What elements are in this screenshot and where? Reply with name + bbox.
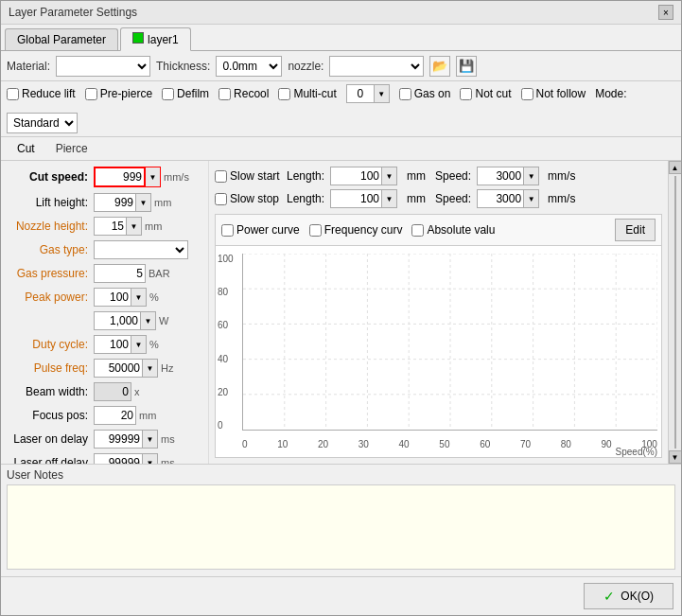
- defilm-checkbox[interactable]: [162, 88, 174, 100]
- y-label-20: 20: [218, 387, 234, 397]
- scroll-down-arrow[interactable]: ▼: [669, 450, 682, 464]
- pulse-freq-dropdown[interactable]: ▼: [143, 359, 158, 378]
- not-follow-checkbox[interactable]: [521, 88, 533, 100]
- pierce-tab[interactable]: Pierce: [45, 139, 98, 158]
- gas-pressure-unit: BAR: [149, 268, 170, 279]
- main-window: Layer Parameter Settings × Global Parame…: [0, 0, 682, 616]
- laser-off-unit: ms: [161, 457, 175, 464]
- start-speed-dropdown[interactable]: ▼: [524, 167, 539, 185]
- scroll-thumb[interactable]: [674, 176, 676, 449]
- reduce-lift-label: Reduce lift: [22, 87, 76, 100]
- beam-width-label: Beam width:: [9, 385, 94, 398]
- x-label-60: 60: [480, 439, 490, 449]
- peak-power-pct-dropdown[interactable]: ▼: [131, 288, 147, 307]
- save-icon[interactable]: 💾: [456, 56, 477, 77]
- duty-cycle-dropdown[interactable]: ▼: [131, 335, 147, 354]
- defilm-option: Defilm: [162, 87, 209, 100]
- stop-speed-input[interactable]: [477, 189, 524, 208]
- thickness-label: Thickness:: [156, 60, 210, 73]
- folder-icon[interactable]: 📂: [429, 56, 450, 77]
- laser-off-input[interactable]: [94, 453, 143, 464]
- gas-type-label: Gas type:: [9, 243, 94, 256]
- laser-off-dropdown[interactable]: ▼: [143, 453, 158, 464]
- thickness-select[interactable]: 0.0mm: [216, 56, 282, 77]
- stop-speed-dropdown[interactable]: ▼: [524, 189, 539, 208]
- right-panel: Slow start Length: ▼ mm Speed: ▼ mm/s: [209, 161, 668, 464]
- y-label-60: 60: [218, 320, 234, 330]
- not-cut-label: Not cut: [475, 87, 511, 100]
- lift-height-input[interactable]: [94, 193, 136, 212]
- material-label: Material:: [7, 60, 50, 73]
- laser-on-dropdown[interactable]: ▼: [143, 430, 158, 449]
- laser-off-group: ▼: [94, 453, 158, 464]
- slow-start-checkbox[interactable]: [215, 170, 227, 183]
- lift-height-dropdown[interactable]: ▼: [136, 193, 151, 212]
- pulse-freq-input[interactable]: [94, 359, 143, 378]
- gas-on-checkbox[interactable]: [399, 88, 411, 100]
- peak-power-w-dropdown[interactable]: ▼: [141, 311, 156, 330]
- laser-on-label: Laser on delay: [9, 432, 94, 446]
- lift-height-unit: mm: [154, 197, 171, 208]
- duty-cycle-unit: %: [149, 339, 159, 350]
- slow-stop-label: Slow stop: [230, 192, 279, 205]
- material-select[interactable]: [56, 56, 150, 77]
- window-title: Layer Parameter Settings: [9, 6, 137, 19]
- slow-stop-checkbox[interactable]: [215, 193, 227, 205]
- defilm-label: Defilm: [177, 87, 209, 100]
- freq-curve-checkbox[interactable]: [309, 224, 322, 237]
- peak-power-pct-input[interactable]: [94, 288, 131, 307]
- start-length-input[interactable]: [330, 167, 382, 185]
- peak-power-w-input[interactable]: [94, 311, 141, 330]
- beam-width-input[interactable]: [94, 382, 131, 401]
- duty-cycle-input[interactable]: [94, 335, 131, 354]
- mms-label-2: mm/s: [548, 192, 575, 205]
- beam-width-unit: x: [134, 386, 140, 397]
- duty-cycle-label: Duty cycle:: [9, 338, 94, 351]
- stop-length-input[interactable]: [330, 189, 382, 208]
- recool-checkbox[interactable]: [219, 88, 231, 100]
- counter-dropdown[interactable]: ▼: [375, 84, 390, 103]
- nozzle-height-dropdown[interactable]: ▼: [127, 217, 142, 236]
- stop-length-dropdown[interactable]: ▼: [382, 189, 397, 208]
- cut-speed-label: Cut speed:: [9, 170, 94, 184]
- not-cut-checkbox[interactable]: [460, 88, 472, 100]
- speed-label-1: Speed:: [435, 169, 471, 183]
- cut-speed-input[interactable]: [94, 167, 146, 187]
- gas-type-select[interactable]: [94, 240, 188, 259]
- slow-start-row: Slow start Length: ▼ mm Speed: ▼ mm/s: [215, 167, 662, 185]
- abs-value-checkbox[interactable]: [411, 224, 424, 237]
- mode-select[interactable]: Standard: [7, 113, 78, 133]
- power-curve-checkbox[interactable]: [221, 224, 234, 237]
- start-length-dropdown[interactable]: ▼: [382, 167, 397, 185]
- ok-button[interactable]: ✓ OK(O): [584, 583, 673, 609]
- focus-pos-row: Focus pos: mm: [9, 406, 201, 425]
- close-button[interactable]: ×: [658, 5, 673, 20]
- gas-pressure-row: Gas pressure: BAR: [9, 264, 201, 283]
- pre-pierce-label: Pre-pierce: [100, 87, 152, 100]
- nozzle-select[interactable]: [329, 56, 424, 77]
- scroll-up-arrow[interactable]: ▲: [669, 161, 682, 174]
- pre-pierce-checkbox[interactable]: [85, 88, 97, 100]
- peak-power-pct-group: ▼: [94, 288, 147, 307]
- focus-pos-label: Focus pos:: [9, 409, 94, 422]
- multi-cut-option: Multi-cut: [278, 87, 336, 100]
- multi-cut-checkbox[interactable]: [278, 88, 290, 100]
- focus-pos-input[interactable]: [94, 406, 136, 425]
- cut-tab[interactable]: Cut: [7, 139, 45, 158]
- not-follow-option: Not follow: [521, 87, 586, 100]
- cut-speed-dropdown[interactable]: ▼: [146, 167, 161, 187]
- curve-checkboxes: Power curve Frequency curv Absolute valu: [221, 223, 495, 237]
- counter-input[interactable]: [346, 84, 375, 103]
- lift-height-input-group: ▼: [94, 193, 151, 212]
- edit-button[interactable]: Edit: [615, 219, 656, 241]
- freq-curve-option: Frequency curv: [309, 223, 403, 237]
- laser-on-input[interactable]: [94, 430, 143, 449]
- tab-global[interactable]: Global Parameter: [5, 28, 118, 50]
- user-notes-textarea[interactable]: [7, 484, 675, 570]
- reduce-lift-checkbox[interactable]: [7, 88, 19, 100]
- gas-pressure-input[interactable]: [94, 264, 146, 283]
- tab-layer1[interactable]: layer1: [120, 27, 191, 51]
- start-speed-input[interactable]: [477, 167, 524, 185]
- y-label-80: 80: [218, 287, 234, 297]
- nozzle-height-input[interactable]: [94, 217, 127, 236]
